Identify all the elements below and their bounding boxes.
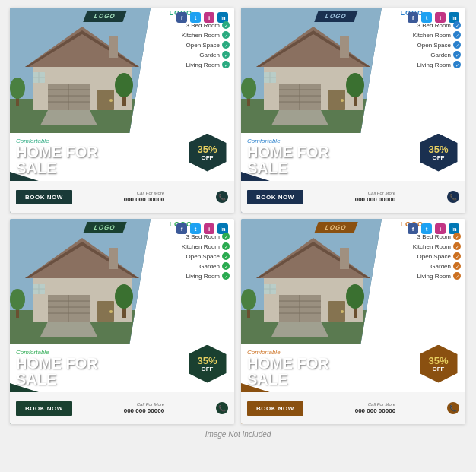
house-image bbox=[241, 219, 382, 344]
book-now-button[interactable]: BOOK NOW bbox=[247, 190, 303, 204]
feature-label: 3 Bed Room bbox=[186, 233, 220, 240]
discount-percent: 35% bbox=[428, 356, 448, 366]
check-icon: ✓ bbox=[453, 252, 461, 260]
home-for-sale-text: HOME FORSALE bbox=[247, 144, 376, 176]
feature-item: Kitchen Room ✓ bbox=[413, 31, 461, 39]
check-icon: ✓ bbox=[453, 61, 461, 68]
main-text-area: Comfortable HOME FORSALE bbox=[247, 349, 376, 388]
check-icon: ✓ bbox=[222, 233, 230, 240]
hex-shape: 35% OFF bbox=[189, 134, 227, 172]
svg-rect-39 bbox=[340, 36, 349, 58]
check-icon: ✓ bbox=[453, 262, 461, 270]
hex-shape: 35% OFF bbox=[420, 134, 458, 172]
call-section: Call For More 000 000 00000 bbox=[124, 191, 164, 203]
svg-rect-20 bbox=[33, 72, 45, 83]
card-4: LOGO LOGO f t i in 3 Bed Room ✓ Kitchen … bbox=[241, 219, 465, 424]
ribbon: LOGO bbox=[82, 219, 128, 236]
svg-point-67 bbox=[10, 289, 25, 310]
svg-rect-15 bbox=[109, 36, 118, 58]
svg-point-43 bbox=[241, 78, 256, 99]
ribbon-label: LOGO bbox=[314, 222, 357, 233]
ribbon: LOGO bbox=[313, 8, 359, 24]
bottom-bar: BOOK NOW Call For More 000 000 00000 📞 bbox=[10, 392, 234, 424]
home-for-sale-text: HOME FORSALE bbox=[16, 144, 145, 176]
feature-label: Kitchen Room bbox=[182, 32, 220, 39]
main-text-area: Comfortable HOME FORSALE bbox=[16, 349, 145, 388]
feature-label: 3 Bed Room bbox=[417, 233, 451, 240]
svg-rect-44 bbox=[264, 72, 276, 83]
main-text-area: Comfortable HOME FORSALE bbox=[247, 138, 376, 176]
book-now-button[interactable]: BOOK NOW bbox=[247, 401, 303, 416]
discount-badge: 35% OFF bbox=[186, 343, 228, 385]
house-image bbox=[241, 8, 382, 133]
call-section: Call For More 000 000 00000 bbox=[124, 402, 164, 414]
check-icon: ✓ bbox=[222, 41, 230, 49]
feature-item: Garden ✓ bbox=[413, 51, 461, 59]
svg-point-65 bbox=[115, 284, 133, 309]
feature-label: Garden bbox=[430, 263, 451, 270]
feature-item: Garden ✓ bbox=[182, 262, 230, 270]
bottom-bar: BOOK NOW Call For More 000 000 00000 📞 bbox=[10, 181, 234, 213]
card-2: LOGO LOGO f t i in 3 Bed Room ✓ Kitchen … bbox=[241, 8, 465, 213]
feature-label: Living Room bbox=[417, 273, 451, 280]
feature-label: Living Room bbox=[186, 62, 220, 68]
hex-shape: 35% OFF bbox=[420, 345, 458, 383]
feature-item: Kitchen Room ✓ bbox=[182, 242, 230, 250]
main-text-area: Comfortable HOME FORSALE bbox=[16, 138, 145, 176]
hex-content: 35% OFF bbox=[197, 144, 217, 161]
feature-label: 3 Bed Room bbox=[417, 22, 451, 29]
card-grid: LOGO LOGO f t i in 3 Bed Room ✓ Kitchen … bbox=[10, 8, 466, 424]
phone-icon: 📞 bbox=[447, 191, 459, 203]
feature-label: Garden bbox=[199, 263, 220, 270]
feature-item: Open Space ✓ bbox=[413, 41, 461, 49]
svg-rect-92 bbox=[264, 284, 276, 294]
feature-item: Living Room ✓ bbox=[413, 61, 461, 68]
discount-off-label: OFF bbox=[428, 366, 448, 372]
phone-icon: 📞 bbox=[216, 191, 228, 203]
svg-point-17 bbox=[115, 73, 133, 97]
bottom-bar: BOOK NOW Call For More 000 000 00000 📞 bbox=[241, 181, 465, 213]
home-for-sale-text: HOME FORSALE bbox=[247, 356, 376, 388]
book-now-button[interactable]: BOOK NOW bbox=[16, 190, 72, 204]
features-list: 3 Bed Room ✓ Kitchen Room ✓ Open Space ✓… bbox=[413, 233, 461, 280]
check-icon: ✓ bbox=[222, 61, 230, 68]
feature-item: 3 Bed Room ✓ bbox=[182, 21, 230, 29]
svg-point-41 bbox=[346, 73, 364, 97]
feature-label: Living Room bbox=[417, 62, 451, 68]
feature-item: Garden ✓ bbox=[413, 262, 461, 270]
discount-off-label: OFF bbox=[197, 366, 217, 372]
feature-item: Open Space ✓ bbox=[413, 252, 461, 260]
feature-label: Open Space bbox=[186, 253, 220, 260]
call-section: Call For More 000 000 00000 bbox=[355, 191, 395, 203]
bottom-bar: BOOK NOW Call For More 000 000 00000 📞 bbox=[241, 392, 465, 424]
feature-label: Open Space bbox=[186, 42, 220, 49]
call-label: Call For More bbox=[368, 191, 395, 195]
home-for-sale-text: HOME FORSALE bbox=[16, 356, 145, 388]
feature-label: Kitchen Room bbox=[182, 243, 220, 250]
phone-icon: 📞 bbox=[216, 402, 228, 414]
book-now-button[interactable]: BOOK NOW bbox=[16, 401, 72, 416]
check-icon: ✓ bbox=[222, 21, 230, 29]
feature-item: Garden ✓ bbox=[182, 51, 230, 59]
check-icon: ✓ bbox=[222, 242, 230, 250]
card-3: LOGO LOGO f t i in 3 Bed Room ✓ Kitchen … bbox=[10, 219, 234, 424]
features-list: 3 Bed Room ✓ Kitchen Room ✓ Open Space ✓… bbox=[182, 233, 230, 280]
svg-point-19 bbox=[10, 78, 25, 99]
ribbon: LOGO bbox=[82, 8, 128, 24]
feature-item: Open Space ✓ bbox=[182, 252, 230, 260]
house-image bbox=[10, 219, 151, 344]
svg-rect-68 bbox=[33, 284, 45, 294]
feature-item: 3 Bed Room ✓ bbox=[413, 21, 461, 29]
feature-item: 3 Bed Room ✓ bbox=[182, 233, 230, 240]
svg-rect-69 bbox=[97, 301, 114, 322]
svg-marker-94 bbox=[271, 322, 328, 337]
features-list: 3 Bed Room ✓ Kitchen Room ✓ Open Space ✓… bbox=[413, 21, 461, 68]
svg-point-91 bbox=[241, 289, 256, 310]
discount-off-label: OFF bbox=[428, 154, 448, 161]
call-label: Call For More bbox=[137, 191, 164, 195]
discount-badge: 35% OFF bbox=[186, 131, 228, 173]
svg-marker-46 bbox=[271, 110, 328, 125]
check-icon: ✓ bbox=[453, 21, 461, 29]
phone-number: 000 000 00000 bbox=[124, 196, 164, 203]
check-icon: ✓ bbox=[222, 31, 230, 39]
